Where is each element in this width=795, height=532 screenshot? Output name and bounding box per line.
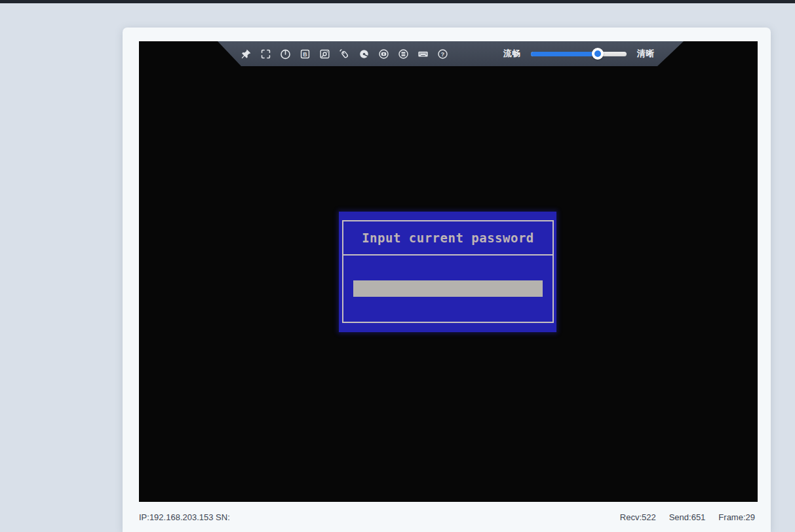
screenshot-icon	[319, 48, 331, 60]
menu-circle-icon	[397, 48, 410, 60]
video-quality-control: 流畅 清晰	[503, 48, 654, 60]
password-input-field[interactable]	[353, 280, 543, 297]
status-frame: Frame:29	[718, 512, 755, 522]
status-ip-sn: IP:192.168.203.153 SN:	[139, 512, 230, 522]
bios-b-icon: B	[299, 48, 311, 60]
fullscreen-icon	[260, 48, 272, 60]
svg-text:B: B	[303, 50, 307, 57]
kvm-console-panel: B	[123, 28, 771, 532]
bios-setup-button[interactable]: B	[299, 48, 311, 60]
bios-dialog-title: Input current password	[343, 221, 553, 256]
screenshot-button[interactable]	[319, 48, 331, 60]
status-send: Send:651	[669, 512, 706, 522]
soft-keyboard-button[interactable]	[417, 48, 429, 60]
fullscreen-button[interactable]	[260, 48, 272, 60]
quality-slider-thumb[interactable]	[592, 48, 604, 60]
status-recv: Recv:522	[620, 512, 656, 522]
help-icon: ?	[436, 48, 449, 60]
svg-text:?: ?	[441, 50, 444, 57]
quality-slider-fill	[531, 52, 598, 56]
status-bar: IP:192.168.203.153 SN: Recv:522 Send:651…	[123, 502, 771, 532]
quality-slider[interactable]	[531, 52, 627, 56]
power-button[interactable]	[279, 48, 292, 60]
console-toolbar: B	[218, 41, 684, 66]
help-button[interactable]: ?	[436, 48, 449, 60]
pin-button[interactable]	[240, 48, 252, 60]
slider-label-sharp: 清晰	[637, 48, 654, 60]
keyboard-icon	[417, 48, 429, 60]
cd-icon	[358, 48, 370, 60]
remote-screen[interactable]: B	[139, 41, 758, 502]
bios-password-dialog: Input current password	[339, 212, 556, 332]
status-counters: Recv:522 Send:651 Frame:29	[620, 512, 755, 522]
pin-icon	[240, 48, 252, 60]
slider-label-smooth: 流畅	[503, 48, 520, 60]
record-icon	[378, 48, 390, 60]
bios-dialog-border: Input current password	[342, 220, 554, 323]
top-accent-bar	[0, 0, 795, 3]
power-icon	[279, 48, 292, 60]
options-button[interactable]	[397, 48, 410, 60]
record-button[interactable]	[378, 48, 390, 60]
mouse-button[interactable]	[338, 48, 351, 60]
mouse-icon	[338, 48, 351, 60]
virtual-cd-button[interactable]	[358, 48, 370, 60]
toolbar-icon-group: B	[240, 48, 449, 60]
